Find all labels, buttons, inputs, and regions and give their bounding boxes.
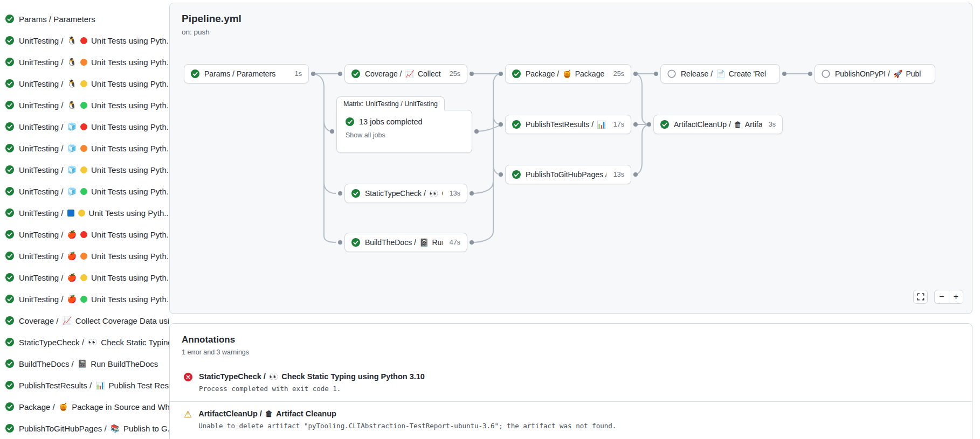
zoom-out-button[interactable]: − — [934, 290, 949, 304]
job-sidebar: Params / ParametersUnitTesting /🐧Unit Te… — [0, 0, 169, 439]
sidebar-job-item[interactable]: UnitTesting /🧊Unit Tests using Pyth... — [0, 137, 169, 159]
macos-apple-icon: 🍎 — [67, 274, 77, 281]
python-red-icon — [80, 37, 87, 44]
eyes-icon: 👀 — [269, 373, 278, 380]
success-check-icon — [5, 230, 14, 239]
show-all-jobs-link[interactable]: Show all jobs — [346, 131, 463, 139]
job-label: UnitTesting /Unit Tests using Pyth... — [19, 208, 169, 218]
graph-node-buildthedocs[interactable]: BuildTheDocs /📓Run Buil...47s — [344, 233, 467, 252]
windows-logo-icon — [67, 210, 74, 217]
sidebar-job-item[interactable]: PublishToGitHubPages /📚Publish to G... — [0, 417, 169, 439]
graph-node-artifactcleanup[interactable]: ArtifactCleanUp /🗑Artifac...3s — [653, 115, 783, 134]
annotations-title: Annotations — [182, 335, 235, 345]
success-check-icon — [351, 189, 360, 198]
job-duration: 3s — [769, 121, 776, 128]
success-check-icon — [5, 424, 14, 433]
success-check-icon — [351, 69, 360, 78]
success-check-icon — [5, 122, 14, 131]
workflow-file-title: Pipeline.yml — [182, 13, 241, 25]
annotation-item: ⚠ArtifactCleanUp /🗑Artifact CleanupUnabl… — [170, 401, 972, 438]
linux-penguin-icon: 🐧 — [67, 101, 77, 109]
annotations-summary: 1 error and 3 warnings — [182, 349, 249, 356]
windows-cube-icon: 🧊 — [67, 144, 77, 152]
graph-node-label: Coverage /📈Collect Cove... — [365, 69, 443, 78]
fullscreen-button[interactable] — [913, 290, 928, 304]
eyes-icon: 👀 — [429, 190, 438, 197]
honey-pot-icon: 🍯 — [59, 403, 68, 410]
windows-cube-icon: 🧊 — [67, 166, 77, 173]
annotation-body: StaticTypeCheck /👀Check Static Typing us… — [199, 372, 425, 393]
success-check-icon — [5, 208, 14, 217]
job-label: UnitTesting /🧊Unit Tests using Pyth... — [19, 165, 169, 175]
success-check-icon — [5, 79, 14, 88]
workflow-graph-panel[interactable]: Pipeline.yml on: push Params / Parameter… — [169, 3, 972, 314]
graph-node-label: PublishTestResults /📊Pu... — [526, 120, 606, 129]
success-check-icon — [5, 273, 14, 282]
job-label: PublishToGitHubPages /📚Publish to G... — [19, 424, 169, 433]
job-label: BuildTheDocs /📓Run BuildTheDocs — [19, 359, 158, 368]
matrix-group-tab: Matrix: UnitTesting / UnitTesting — [336, 96, 445, 110]
sidebar-job-item[interactable]: Package /🍯Package in Source and Wh... — [0, 396, 169, 417]
sidebar-job-item[interactable]: UnitTesting /🐧Unit Tests using Pyth... — [0, 94, 169, 116]
graph-node-label: ArtifactCleanUp /🗑Artifac... — [674, 120, 762, 129]
honey-pot-icon: 🍯 — [562, 70, 571, 78]
sidebar-job-item[interactable]: Params / Parameters — [0, 8, 169, 30]
linux-penguin-icon: 🐧 — [67, 37, 77, 44]
graph-node-publishtoghpages[interactable]: PublishToGitHubPages /📚...13s — [505, 165, 631, 184]
success-check-icon — [5, 359, 14, 368]
linux-penguin-icon: 🐧 — [67, 80, 77, 87]
sidebar-job-item[interactable]: UnitTesting /🍎Unit Tests using Pyth... — [0, 245, 169, 267]
graph-node-label: PublishToGitHubPages /📚... — [526, 170, 606, 179]
python-green-icon — [80, 102, 87, 109]
annotation-body: ArtifactCleanUp /🗑Artifact CleanupUnable… — [198, 409, 616, 430]
error-x-icon — [184, 373, 192, 381]
graph-node-publishtestresults[interactable]: PublishTestResults /📊Pu...17s — [505, 115, 631, 134]
sidebar-job-item[interactable]: UnitTesting /🧊Unit Tests using Pyth... — [0, 159, 169, 180]
annotation-title: StaticTypeCheck /👀Check Static Typing us… — [199, 372, 425, 381]
graph-node-params[interactable]: Params / Parameters1s — [184, 64, 309, 83]
graph-node-package[interactable]: Package /🍯Package in So...25s — [505, 64, 631, 83]
plus-icon: + — [954, 292, 958, 301]
python-red-icon — [80, 123, 87, 130]
graph-node-coverage[interactable]: Coverage /📈Collect Cove...25s — [344, 64, 467, 83]
bar-chart-icon: 📊 — [95, 381, 105, 389]
sidebar-job-item[interactable]: UnitTesting /🧊Unit Tests using Pyth... — [0, 116, 169, 137]
job-label: UnitTesting /🍎Unit Tests using Pyth... — [19, 295, 169, 304]
skipped-circle-icon — [667, 69, 676, 78]
job-label: UnitTesting /🧊Unit Tests using Pyth... — [19, 122, 169, 131]
graph-node-label: Params / Parameters — [204, 69, 288, 78]
sidebar-job-item[interactable]: UnitTesting /🐧Unit Tests using Pyth... — [0, 30, 169, 51]
graph-node-label: Release /📄Create 'Release P... — [681, 69, 766, 78]
job-label: Params / Parameters — [19, 15, 95, 24]
sidebar-job-item[interactable]: UnitTesting /🍎Unit Tests using Pyth... — [0, 267, 169, 288]
job-label: UnitTesting /🍎Unit Tests using Pyth... — [19, 252, 169, 261]
sidebar-job-item[interactable]: UnitTesting /🐧Unit Tests using Pyth... — [0, 51, 169, 73]
graph-node-release[interactable]: Release /📄Create 'Release P... — [660, 64, 780, 83]
python-yellow-icon — [80, 80, 87, 87]
macos-apple-icon: 🍎 — [67, 295, 77, 303]
sidebar-job-item[interactable]: PublishTestResults /📊Publish Test Resu..… — [0, 374, 169, 396]
sidebar-job-item[interactable]: BuildTheDocs /📓Run BuildTheDocs — [0, 353, 169, 374]
sidebar-job-item[interactable]: UnitTesting /🧊Unit Tests using Pyth... — [0, 180, 169, 202]
matrix-group-card[interactable]: 13 jobs completed Show all jobs — [336, 110, 472, 153]
skipped-circle-icon — [822, 69, 830, 78]
job-label: UnitTesting /🐧Unit Tests using Pyth... — [19, 79, 169, 88]
wastebasket-icon: 🗑 — [734, 121, 742, 128]
sidebar-job-item[interactable]: UnitTesting /🍎Unit Tests using Pyth... — [0, 224, 169, 245]
sidebar-job-item[interactable]: UnitTesting /🍎Unit Tests using Pyth... — [0, 288, 169, 310]
rocket-icon: 🚀 — [893, 70, 902, 78]
sidebar-job-item[interactable]: StaticTypeCheck /👀Check Static Typing... — [0, 331, 169, 353]
workflow-graph-edges — [170, 3, 972, 314]
graph-node-publishonpypi[interactable]: PublishOnPyPI /🚀Publish to ... — [815, 64, 935, 83]
annotation-title: ArtifactCleanUp /🗑Artifact Cleanup — [198, 409, 616, 418]
windows-cube-icon: 🧊 — [67, 187, 77, 195]
graph-node-statictypecheck[interactable]: StaticTypeCheck /👀Chec...13s — [344, 184, 467, 203]
minus-icon: − — [939, 292, 944, 301]
python-yellow-icon — [80, 274, 87, 281]
annotations-panel: Annotations 1 error and 3 warnings Stati… — [169, 323, 972, 439]
success-check-icon — [5, 15, 14, 23]
sidebar-job-item[interactable]: UnitTesting /🐧Unit Tests using Pyth... — [0, 73, 169, 94]
sidebar-job-item[interactable]: UnitTesting /Unit Tests using Pyth... — [0, 202, 169, 224]
zoom-in-button[interactable]: + — [949, 290, 963, 304]
sidebar-job-item[interactable]: Coverage /📈Collect Coverage Data usi... — [0, 310, 169, 331]
